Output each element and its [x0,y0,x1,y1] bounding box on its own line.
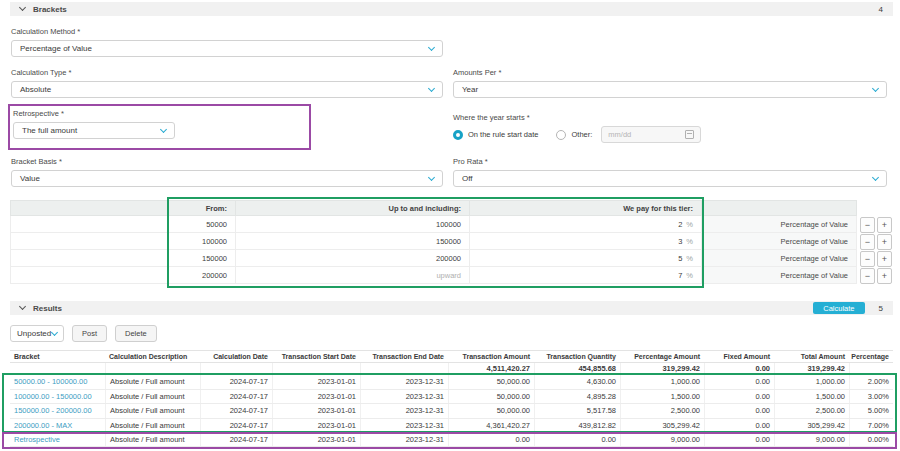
result-row: 200000.00 - MAX Absolute / Full amount 2… [10,418,893,433]
chevron-down-icon [428,174,435,181]
tier-name-cell [10,250,168,267]
result-row: 50000.00 - 100000.00 Absolute / Full amo… [10,374,893,389]
posted-status-select[interactable]: Unposted [10,325,64,342]
chevron-down-icon [160,126,167,133]
total-amount-cell: 305,299.42 [774,419,849,433]
bracket-link[interactable]: Retrospective [10,433,105,446]
brackets-count-badge: 4 [879,5,883,14]
tier-from-input[interactable]: 200000 [168,267,236,284]
add-tier-button[interactable]: + [877,251,892,267]
totals-transaction-quantity: 454,855.68 [534,363,620,374]
percentage-cell: 7.00% [849,419,893,433]
transaction-amount-cell: 50,000.00 [448,404,534,418]
tier-upto-input[interactable]: 200000 [236,250,470,267]
bracket-basis-select[interactable]: Value [11,170,443,187]
other-option-label[interactable]: Other: [571,130,592,139]
rule-start-date-radio[interactable] [453,130,463,140]
tier-upto-input[interactable]: upward [236,267,470,284]
tier-table: From: Up to and including: We pay for th… [10,200,900,284]
results-section-header[interactable]: Results Calculate 5 [10,301,893,315]
tier-row-controls: − + [860,233,892,250]
tier-wepay-header: We pay for this tier: [470,200,702,216]
fixed-amount-cell: 0.00 [704,433,774,446]
bracket-link[interactable]: 150000.00 - 200000.00 [10,404,105,418]
tier-wepay-input[interactable]: 3% [470,233,702,250]
transaction-start-date-cell: 2023-01-01 [272,375,360,389]
add-tier-button[interactable]: + [877,234,892,250]
add-tier-button[interactable]: + [877,268,892,284]
fixed-amount-cell: 0.00 [704,390,774,404]
tier-wepay-input[interactable]: 7% [470,267,702,284]
remove-tier-button[interactable]: − [860,217,875,233]
transaction-quantity-cell: 439,812.82 [534,419,620,433]
remove-tier-button[interactable]: − [860,251,875,267]
calendar-icon[interactable] [685,130,694,139]
tier-from-input[interactable]: 100000 [168,233,236,250]
totals-percentage-amount: 319,299.42 [620,363,704,374]
results-count-badge: 5 [879,304,883,313]
transaction-quantity-cell: 5,517.58 [534,404,620,418]
totals-fixed-amount: 0.00 [704,363,774,374]
chevron-down-icon [428,85,435,92]
calculate-button[interactable]: Calculate [813,302,864,314]
brackets-form: Calculation Method * Percentage of Value… [0,16,900,187]
remove-tier-button[interactable]: − [860,234,875,250]
calculation-method-select[interactable]: Percentage of Value [11,40,443,57]
other-date-radio[interactable] [556,130,566,140]
tier-wepay-input[interactable]: 5% [470,250,702,267]
calculation-description-cell: Absolute / Full amount [105,419,200,433]
amounts-per-value: Year [462,85,478,94]
calculation-date-cell: 2024-07-17 [200,375,272,389]
bracket-link[interactable]: 100000.00 - 150000.00 [10,390,105,404]
column-header: Calculation Description [105,351,200,362]
result-row-retrospective: Retrospective Absolute / Full amount 202… [10,432,893,447]
year-starts-label: Where the year starts * [453,113,887,122]
percentage-amount-cell: 305,299.42 [620,419,704,433]
tier-wepay-value: 5 [678,254,682,263]
other-date-input[interactable]: mm/dd [601,126,701,143]
calculation-description-cell: Absolute / Full amount [105,404,200,418]
tier-upto-input[interactable]: 150000 [236,233,470,250]
tier-method-cell: Percentage of Value [702,233,857,250]
delete-button[interactable]: Delete [115,325,157,342]
chevron-down-icon [51,329,58,336]
column-header: Transaction End Date [360,351,448,362]
bracket-link[interactable]: 200000.00 - MAX [10,419,105,433]
post-button[interactable]: Post [72,325,107,342]
tier-method-cell: Percentage of Value [702,250,857,267]
tier-row: 100000 150000 3% Percentage of Value − + [10,233,900,250]
calculation-date-cell: 2024-07-17 [200,419,272,433]
add-tier-button[interactable]: + [877,217,892,233]
retrospective-select[interactable]: The full amount [13,122,175,139]
rule-start-date-option-label[interactable]: On the rule start date [468,130,538,139]
total-amount-cell: 1,000.00 [774,375,849,389]
collapse-chevron-icon[interactable] [19,4,26,11]
brackets-section-header[interactable]: Brackets 4 [10,2,893,16]
pro-rata-select[interactable]: Off [453,170,887,187]
percentage-amount-cell: 1,000.00 [620,375,704,389]
remove-tier-button[interactable]: − [860,268,875,284]
tier-from-input[interactable]: 150000 [168,250,236,267]
bracket-basis-field: Bracket Basis * Value [11,150,443,187]
bracket-basis-label: Bracket Basis * [11,157,443,166]
transaction-start-date-cell: 2023-01-01 [272,404,360,418]
transaction-amount-cell: 50,000.00 [448,390,534,404]
tier-row: 50000 100000 2% Percentage of Value − + [10,216,900,233]
tier-method-cell: Percentage of Value [702,216,857,233]
calculation-type-select[interactable]: Absolute [11,81,443,98]
collapse-chevron-icon[interactable] [19,303,26,310]
tier-wepay-input[interactable]: 2% [470,216,702,233]
column-header: Percentage [849,351,893,362]
column-header: Transaction Amount [448,351,534,362]
calculation-method-field: Calculation Method * Percentage of Value [11,16,443,57]
totals-cell [272,363,360,374]
amounts-per-select[interactable]: Year [453,81,887,98]
transaction-end-date-cell: 2023-12-31 [360,404,448,418]
bracket-link[interactable]: 50000.00 - 100000.00 [10,375,105,389]
tier-upto-header: Up to and including: [236,200,470,216]
tier-method-header [702,200,857,216]
tier-upto-input[interactable]: 100000 [236,216,470,233]
tier-from-input[interactable]: 50000 [168,216,236,233]
tier-from-header: From: [168,200,236,216]
transaction-start-date-cell: 2023-01-01 [272,390,360,404]
